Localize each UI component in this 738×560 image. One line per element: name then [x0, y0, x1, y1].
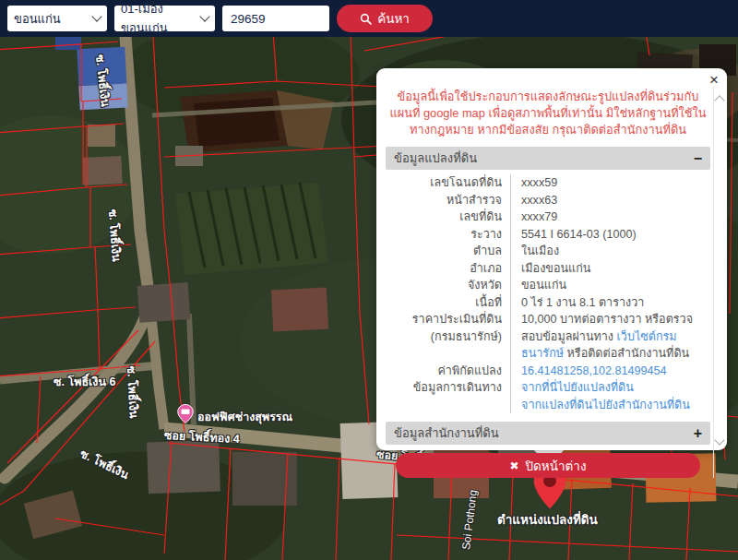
table-row: ระวาง 5541 I 6614-03 (1000) [386, 226, 710, 244]
parcel-detail-table: เลขโฉนดที่ดิน xxxx59 หน้าสำรวจ xxxx63 เล… [386, 174, 710, 413]
row-value: 10,000 บาทต่อตารางวา หรือตรวจสอบข้อมูลผ่… [511, 311, 710, 363]
directions-to-parcel-link[interactable]: จากที่นี่ไปยังแปลงที่ดิน [521, 381, 634, 394]
row-label: ข้อมูลการเดินทาง [386, 379, 511, 413]
table-row-travel: ข้อมูลการเดินทาง จากที่นี่ไปยังแปลงที่ดิ… [386, 379, 710, 413]
scroll-up-icon[interactable] [714, 95, 724, 105]
search-toolbar: ขอนแก่น 01-เมืองขอนแก่น ค้นหา [0, 0, 738, 37]
table-row-coordinates: ค่าพิกัดแปลง 16.41481258,102.81499454 [386, 363, 710, 380]
table-row: เลขที่ดิน xxxx79 [386, 209, 710, 226]
section-header-parcel-info[interactable]: ข้อมูลแปลงที่ดิน − [386, 147, 710, 170]
section-header-office-info[interactable]: ข้อมูลสำนักงานที่ดิน + [386, 422, 710, 445]
poi-pin-icon[interactable] [177, 404, 194, 427]
collapse-icon[interactable]: − [694, 151, 702, 166]
search-button-label: ค้นหา [377, 8, 410, 29]
row-label: เนื้อที่ [386, 294, 511, 312]
search-button[interactable]: ค้นหา [337, 5, 433, 32]
street-label-pho-ngoen: ซ. โพธิ์เงิน [122, 365, 143, 419]
table-row: ตำบล ในเมือง [386, 243, 710, 260]
expand-icon[interactable]: + [694, 426, 702, 441]
coordinates-link[interactable]: 16.41481258,102.81499454 [521, 364, 667, 377]
chevron-down-icon [199, 11, 209, 21]
row-label: หน้าสำรวจ [386, 192, 511, 209]
row-value: xxxx59 [511, 174, 557, 192]
row-label: จังหวัด [386, 277, 511, 294]
close-window-button[interactable]: ✖ ปิดหน้าต่าง [396, 453, 700, 478]
row-value: 5541 I 6614-03 (1000) [511, 226, 637, 244]
row-value: xxxx63 [511, 192, 557, 209]
directions-to-office-link[interactable]: จากแปลงที่ดินไปยังสำนักงานที่ดิน [521, 399, 690, 411]
row-value: ในเมือง [511, 243, 559, 260]
poi-label: ออฟฟิศช่างสุพรรณ [197, 408, 292, 426]
close-window-label: ปิดหน้าต่าง [526, 456, 587, 476]
street-label-pho-ngoen-6: ซ. โพธิ์เงิน 6 [54, 373, 115, 391]
row-label: ค่าพิกัดแปลง [386, 363, 511, 380]
row-value: เมืองขอนแก่น [511, 260, 590, 278]
row-value: จากที่นี่ไปยังแปลงที่ดิน จากแปลงที่ดินไป… [511, 379, 690, 413]
scroll-down-icon[interactable] [714, 435, 724, 445]
amphur-select[interactable]: 01-เมืองขอนแก่น [114, 6, 215, 31]
section-title: ข้อมูลสำนักงานที่ดิน [394, 423, 499, 443]
province-select[interactable]: ขอนแก่น [7, 6, 107, 31]
table-row: จังหวัด ขอนแก่น [386, 277, 710, 294]
close-icon[interactable]: × [709, 72, 719, 88]
table-row: เนื้อที่ 0 ไร่ 1 งาน 8.1 ตารางวา [386, 294, 710, 312]
province-select-value: ขอนแก่น [14, 9, 61, 29]
street-label-pho-ngoen: ซ. โพธิ์เงิน [103, 209, 125, 262]
row-label: ราคาประเมินที่ดิน (กรมธนารักษ์) [386, 311, 511, 363]
row-value: xxxx79 [511, 209, 557, 226]
table-row: อำเภอ เมืองขอนแก่น [386, 260, 710, 278]
row-value: ขอนแก่น [511, 277, 566, 294]
row-label: ระวาง [386, 226, 511, 244]
parcel-marker-label: ตำแหน่งแปลงที่ดิน [497, 509, 598, 530]
table-row-price: ราคาประเมินที่ดิน (กรมธนารักษ์) 10,000 บ… [386, 311, 710, 363]
row-label: ตำบล [386, 243, 511, 260]
parcel-info-popup: × ข้อมูลนี้เพื่อใช้ประกอบการแสดงลักษณะรู… [376, 68, 727, 450]
row-label: เลขโฉนดที่ดิน [386, 174, 511, 192]
street-label-pho-thong-4: ซอย โพธิ์ทอง 4 [164, 426, 241, 448]
disclaimer-text: ข้อมูลนี้เพื่อใช้ประกอบการแสดงลักษณะรูปแ… [386, 87, 710, 138]
popup-content: ข้อมูลนี้เพื่อใช้ประกอบการแสดงลักษณะรูปแ… [386, 87, 714, 478]
table-row: เลขโฉนดที่ดิน xxxx59 [386, 174, 710, 192]
section-title: ข้อมูลแปลงที่ดิน [394, 149, 477, 168]
parcel-number-input[interactable] [222, 6, 329, 31]
search-icon [360, 13, 372, 25]
table-row: หน้าสำรวจ xxxx63 [386, 192, 710, 209]
row-value: 0 ไร่ 1 งาน 8.1 ตารางวา [511, 294, 644, 312]
chevron-down-icon [91, 11, 101, 21]
amphur-select-value: 01-เมืองขอนแก่น [121, 0, 201, 38]
close-x-icon: ✖ [509, 459, 518, 472]
row-label: อำเภอ [386, 260, 511, 278]
row-value: 16.41481258,102.81499454 [511, 363, 667, 380]
row-label: เลขที่ดิน [386, 209, 511, 226]
